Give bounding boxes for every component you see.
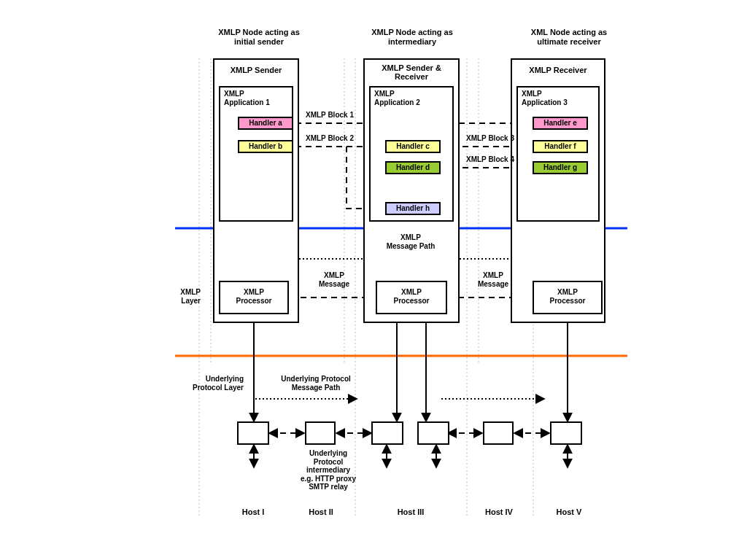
host1-box [237,421,269,445]
host5-label: Host V [549,508,589,516]
handler-e: Handler e [533,117,588,130]
under-layer-label: UnderlyingProtocol Layer [172,375,244,392]
block1-label: XMLP Block 1 [301,111,359,120]
host1-label: Host I [233,508,273,516]
app1-box: XMLPApplication 1 [219,86,293,222]
handler-f: Handler f [533,140,588,153]
handler-g: Handler g [533,161,588,174]
block3-label: XMLP Block 3 [461,134,519,143]
msg-label-1: XMLPMessage [305,271,363,288]
role-sender: XMLP Node acting asinitial sender [212,28,306,47]
role-inter: XMLP Node acting asintermediary [361,28,463,47]
proc-receiver: XMLPProcessor [533,281,603,314]
block4-label: XMLP Block 4 [461,155,519,164]
handler-a: Handler a [238,117,293,130]
receiver-title: XMLP Receiver [511,63,605,76]
host3-label: Host III [389,508,433,516]
app2-title: XMLPApplication 2 [371,88,452,109]
host5-box [550,421,582,445]
handler-d: Handler d [385,161,441,174]
msg-label-2: XMLPMessage [464,271,522,288]
msgpath-label: XMLPMessage Path [367,233,454,250]
handler-c: Handler c [385,140,441,153]
proc-inter: XMLPProcessor [376,281,447,314]
block2-label: XMLP Block 2 [301,134,359,143]
app3-box: XMLPApplication 3 [516,86,600,222]
host2-box [305,421,336,445]
host3-box-l [371,421,403,445]
host3-box-r [417,421,449,445]
sender-title: XMLP Sender [213,63,299,76]
host4-box [483,421,514,445]
app3-title: XMLPApplication 3 [518,88,598,109]
app1-title: XMLPApplication 1 [220,88,292,109]
role-receiver: XML Node acting asultimate receiver [518,28,620,47]
inter-title: XMLP Sender &Receiver [363,61,460,82]
xmlp-layer-label: XMLPLayer [157,288,201,305]
proc-sender: XMLPProcessor [219,281,289,314]
under-inter-label: UnderlyingProtocolintermediarye.g. HTTP … [292,449,365,491]
under-msgpath-label: Underlying ProtocolMessage Path [268,375,363,392]
host2-label: Host II [301,508,341,516]
host4-label: Host IV [478,508,520,516]
handler-h: Handler h [385,202,441,215]
handler-b: Handler b [238,140,293,153]
